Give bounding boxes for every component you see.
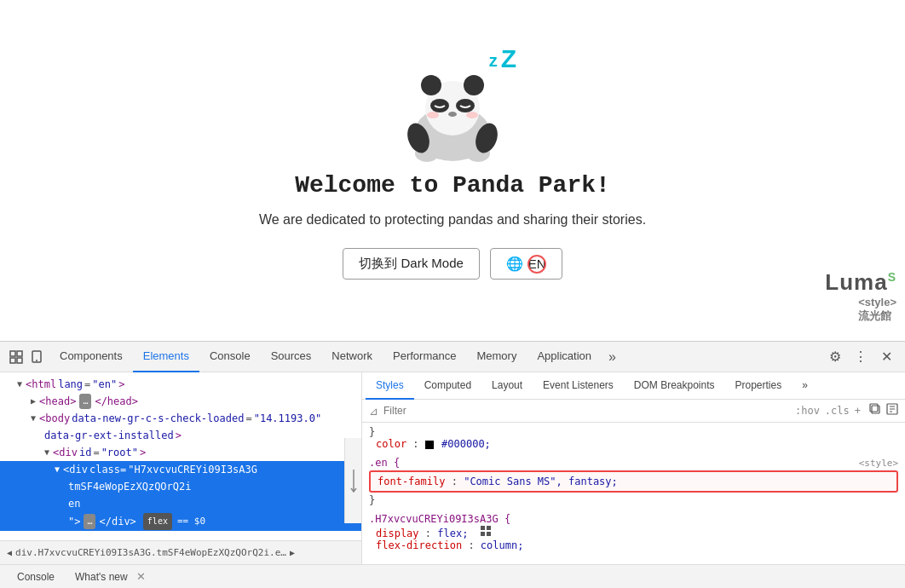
subtab-event-listeners[interactable]: Event Listeners (533, 372, 624, 400)
dom-attr-id: id (79, 445, 91, 460)
bottom-whatsnew-label: What's new (75, 571, 128, 583)
prop-val-flexdir: column; (481, 539, 524, 551)
flex-badge: flex (143, 513, 172, 530)
h7x-prop-display[interactable]: display : flex; (369, 525, 898, 539)
prop-name-color: color (376, 438, 406, 450)
dom-val-id: "root" (101, 445, 138, 460)
dom-line-head[interactable]: ▶ <head> … </head> (0, 393, 361, 410)
tab-network[interactable]: Network (321, 342, 383, 372)
subtab-dom-breakpoints[interactable]: DOM Breakpoints (624, 372, 725, 400)
styles-rule-line: } (369, 426, 898, 438)
tab-performance-label: Performance (393, 349, 456, 362)
dom-root-gt: > (140, 445, 146, 460)
filter-icon: ⊿ (369, 405, 378, 418)
inner-arrow[interactable]: ▼ (55, 462, 60, 477)
subtab-layout[interactable]: Layout (481, 372, 533, 400)
styles-panel: Styles Computed Layout Event Listeners D… (362, 372, 905, 564)
dom-dollar-ref: == $0 (177, 514, 205, 529)
dom-attr-class: class= (89, 462, 126, 477)
more-tabs-button[interactable]: » (602, 342, 623, 372)
root-arrow[interactable]: ▼ (44, 445, 49, 460)
styles-rule-color: } color : #000000; (369, 426, 898, 450)
inspect-icon[interactable] (9, 349, 24, 365)
styles-content-area: } color : #000000; .en { <style> (362, 423, 905, 564)
device-icon[interactable] (29, 349, 44, 365)
styles-prop-line-color[interactable]: color : #000000; (369, 438, 898, 450)
bottom-tab-whatsnew[interactable]: What's new ✕ (65, 565, 156, 589)
dom-tag-div: <div (53, 445, 78, 460)
filter-input[interactable] (383, 405, 790, 417)
more-options-icon[interactable]: ⋮ (849, 345, 873, 369)
tab-console-label: Console (210, 349, 251, 362)
tab-components[interactable]: Components (49, 342, 133, 372)
dom-close-inner: "> (68, 514, 80, 529)
whatsnew-close-button[interactable]: ✕ (136, 570, 146, 583)
subtab-more[interactable]: » (792, 372, 818, 400)
dom-tag-inner-close: </div> (99, 514, 135, 529)
subtab-properties[interactable]: Properties (725, 372, 793, 400)
dom-scroll-indicator (344, 438, 361, 523)
svg-rect-20 (870, 404, 878, 412)
tab-elements[interactable]: Elements (133, 342, 199, 372)
dom-tag-html: <html (26, 377, 56, 392)
dom-line-html[interactable]: ▼ <html lang="en" > (0, 376, 361, 393)
breadcrumb-left-arrow[interactable]: ◀ (7, 548, 12, 557)
subtab-styles[interactable]: Styles (366, 372, 414, 400)
settings-icon[interactable]: ⚙ (823, 345, 847, 369)
dom-line-classname4[interactable]: "> … </div> flex == $0 (0, 512, 361, 531)
tab-memory-label: Memory (476, 349, 516, 362)
dom-val-lang: "en" (92, 377, 117, 392)
tab-application[interactable]: Application (527, 342, 602, 372)
dom-line-classname2[interactable]: tmSF4eWopEzXQzQOrQ2i (0, 478, 361, 495)
head-arrow[interactable]: ▶ (31, 394, 36, 409)
svg-point-2 (421, 75, 441, 95)
dom-line-body-attr[interactable]: data-gr-ext-installed> (0, 427, 361, 444)
en-rule-header: .en { <style> (369, 457, 898, 469)
svg-point-18 (36, 360, 37, 361)
color-swatch (425, 441, 434, 449)
globe-icon: 🌐 (506, 256, 523, 272)
dom-line-body[interactable]: ▼ <body data-new-gr-c-s-check-loaded="14… (0, 410, 361, 427)
devtools-panel: Components Elements Console Sources Netw… (0, 341, 905, 588)
dom-line-inner-div[interactable]: ▼ <div class="H7xvcvuCREYi09I3sA3G (0, 461, 361, 478)
tab-performance[interactable]: Performance (383, 342, 466, 372)
dom-tag-body: <body (39, 411, 70, 426)
breadcrumb-right-arrow[interactable]: ▶ (290, 548, 295, 557)
cls-hint: .cls (825, 405, 850, 417)
prop-val-color: #000000; (441, 438, 491, 450)
language-button[interactable]: 🌐 EN (490, 248, 562, 280)
devtools-left-icons (3, 349, 49, 365)
dom-inner-badge: … (84, 514, 95, 529)
bottom-tab-console[interactable]: Console (7, 565, 65, 589)
h7x-prop-flexdir[interactable]: flex-direction : column; (369, 539, 898, 551)
copy-icon[interactable] (869, 403, 881, 418)
cursor-indicator (527, 255, 546, 274)
dark-mode-button[interactable]: 切换到 Dark Mode (343, 248, 480, 280)
dom-line-root[interactable]: ▼ <div id="root" > (0, 444, 361, 461)
tab-memory[interactable]: Memory (466, 342, 527, 372)
dom-tag-head-close: </head> (95, 394, 138, 409)
subtab-computed[interactable]: Computed (414, 372, 481, 400)
body-arrow[interactable]: ▼ (31, 411, 36, 426)
tab-sources[interactable]: Sources (261, 342, 322, 372)
welcome-subtitle: We are dedicated to protecting pandas an… (259, 212, 646, 228)
inspect-styles-icon[interactable] (886, 403, 898, 418)
svg-point-7 (427, 112, 439, 118)
head-collapsed-badge: … (79, 394, 91, 409)
expand-arrow[interactable]: ▼ (17, 377, 22, 392)
svg-point-3 (464, 75, 484, 95)
add-rule-btn[interactable]: + (855, 405, 861, 417)
welcome-title: Welcome to Panda Park! (295, 172, 610, 199)
devtools-bottom-bar: Console What's new ✕ (0, 564, 905, 588)
dom-tag-inner: <div (63, 462, 88, 477)
styles-rule-en: .en { <style> font-family : "Comic Sans … (369, 457, 898, 506)
luma-sub: <style>流光館 (858, 296, 896, 324)
dom-tag-head: <head> (39, 394, 76, 409)
svg-rect-23 (487, 526, 491, 530)
dom-line-classname3[interactable]: en (0, 495, 361, 512)
tab-console[interactable]: Console (199, 342, 261, 372)
svg-rect-19 (872, 406, 879, 413)
zzz-large: Z (501, 44, 516, 73)
dom-panel: ▼ <html lang="en" > ▶ <head> … </head> ▼… (0, 372, 362, 564)
close-devtools-icon[interactable]: ✕ (874, 345, 898, 369)
